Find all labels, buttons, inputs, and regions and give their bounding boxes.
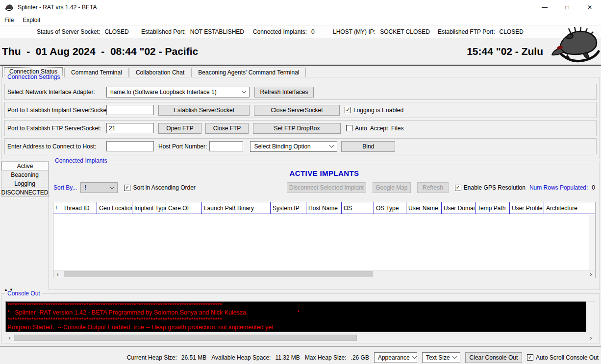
close-ftp-button[interactable]: Close FTP (205, 123, 249, 134)
main-tab-strip: Connection Status Command Terminal Colla… (0, 66, 601, 77)
chevron-down-icon (110, 184, 115, 189)
bind-button[interactable]: Bind (341, 141, 395, 152)
implants-table: ! Thread ID Geo Location Implant Type Ca… (53, 202, 596, 278)
logging-enabled-checkbox[interactable]: Logging is Enabled (345, 107, 403, 114)
sidetab-disconnected[interactable]: DISCONNECTED (1, 188, 49, 197)
status-server-socket: Status of Server Socket: CLOSED (37, 28, 129, 35)
column-header[interactable]: Implant Type (132, 202, 166, 214)
refresh-interfaces-button[interactable]: Refresh Interfaces (254, 87, 314, 97)
status-label: Connected Implants: (253, 28, 307, 35)
sort-by-label: Sort By... (53, 184, 77, 191)
console-line: * Splinter -RAT version 1.42 - BETA Prog… (7, 309, 584, 316)
auto-scroll-checkbox[interactable]: Auto Scroll Console Out (527, 354, 599, 361)
adapter-selected-value: name:lo (Software Loopback Interface 1) (110, 89, 217, 96)
appearance-select[interactable]: Appearance (374, 352, 417, 363)
heap-label: Available Heap Space: (211, 354, 271, 361)
splitter-down-icon[interactable]: ▼ (9, 288, 14, 292)
implants-vertical-scrollbar[interactable] (589, 214, 595, 270)
refresh-button[interactable]: Refresh (417, 182, 449, 193)
console-line: Program Started. -- Console Output Enabl… (7, 324, 584, 331)
connection-settings-group: Connection Settings Select Network Inter… (1, 77, 600, 159)
host-address-label: Enter Address to Connect to Host: (5, 143, 106, 150)
console-vertical-scrollbar[interactable] (587, 301, 595, 332)
disconnect-implant-button[interactable]: Disconnect Selected Implant (287, 182, 366, 193)
app-rat-icon (5, 4, 13, 11)
status-label: Status of Server Socket: (37, 28, 100, 35)
minimize-button[interactable]: — (533, 0, 556, 15)
host-port-number-input[interactable] (209, 141, 243, 151)
scroll-right-icon[interactable]: › (587, 334, 595, 341)
column-header[interactable]: User Profile (510, 202, 544, 214)
scroll-thumb[interactable] (14, 335, 357, 341)
sidetab-logging[interactable]: Logging (1, 179, 49, 188)
column-header[interactable]: OS (342, 202, 374, 214)
status-value: CLOSED (500, 28, 524, 35)
clear-console-button[interactable]: Clear Console Out (465, 352, 522, 363)
sort-by-select[interactable]: ! (80, 182, 118, 193)
console-horizontal-scrollbar[interactable]: ‹ › (5, 334, 595, 341)
column-header[interactable]: System IP (271, 202, 306, 214)
menu-file[interactable]: File (4, 17, 14, 24)
menu-exploit[interactable]: Exploit (23, 17, 40, 24)
sidetab-active[interactable]: Active (1, 161, 49, 170)
appearance-value: Appearance (378, 354, 410, 361)
host-port-number-label: Host Port Number: (158, 143, 207, 150)
establish-serversocket-button[interactable]: Establish ServerSocket (158, 105, 250, 116)
chevron-down-icon (412, 354, 417, 359)
implants-section: Active Beaconing Logging DISCONNECTED Co… (0, 161, 601, 290)
column-header[interactable]: Geo Location (97, 202, 132, 214)
console-output[interactable]: ****************************************… (5, 301, 586, 332)
column-header[interactable]: User Name (406, 202, 442, 214)
status-value: NOT ESTABLISHED (190, 28, 244, 35)
column-header[interactable]: User Domain (442, 202, 476, 214)
host-address-input[interactable] (106, 141, 154, 151)
available-heap-space: Available Heap Space: 11.32 MB (211, 354, 300, 361)
sort-ascending-checkbox[interactable]: Sort in Ascending Order (124, 184, 195, 191)
ftp-serversocket-row: Port to Establish FTP ServerSocket: 21 O… (4, 120, 597, 136)
ftp-port-input[interactable]: 21 (106, 123, 154, 133)
binding-option-select[interactable]: Select Binding Option (250, 141, 337, 152)
num-rows-value: 0 (592, 184, 595, 191)
google-map-button[interactable]: Google Map (373, 182, 411, 193)
column-header[interactable]: Temp Path (476, 202, 510, 214)
auto-accept-files-checkbox[interactable]: Auto Accept Files (346, 125, 403, 132)
scroll-left-icon[interactable]: ‹ (53, 270, 62, 278)
splitter-collapse-arrows[interactable]: ▲ ▼ (3, 288, 14, 292)
auto-scroll-label: Auto Scroll Console Out (536, 354, 599, 361)
column-header[interactable]: Launch Path (202, 202, 235, 214)
network-adapter-select[interactable]: name:lo (Software Loopback Interface 1) (106, 87, 250, 97)
implant-port-input[interactable] (106, 105, 154, 115)
column-header[interactable]: ! (53, 202, 61, 214)
ftp-port-label: Port to Establish FTP ServerSocket: (5, 125, 106, 132)
close-serversocket-button[interactable]: Close ServerSocket (254, 105, 340, 116)
scroll-thumb[interactable] (64, 271, 373, 277)
scroll-track[interactable] (62, 270, 587, 278)
column-header[interactable]: OS Type (374, 202, 406, 214)
close-button[interactable]: ✕ (578, 0, 601, 15)
maximize-button[interactable]: □ (556, 0, 578, 15)
open-ftp-button[interactable]: Open FTP (158, 123, 201, 134)
implant-port-label: Port to Establish Implant ServerSocket: (5, 107, 106, 114)
tab-collaboration-chat[interactable]: Collaboration Chat (129, 68, 191, 77)
splitter-up-icon[interactable]: ▲ (3, 288, 8, 292)
scroll-right-icon[interactable]: › (587, 270, 595, 278)
set-ftp-dropbox-button[interactable]: Set FTP DropBox (253, 123, 341, 134)
heap-value: 26.51 MB (181, 354, 206, 361)
implants-horizontal-scrollbar[interactable]: ‹ › (53, 270, 595, 278)
column-header[interactable]: Architecture (544, 202, 595, 214)
tab-command-terminal[interactable]: Command Terminal (64, 68, 129, 77)
column-header[interactable]: Care Of (166, 202, 202, 214)
text-size-select[interactable]: Text Size (422, 352, 460, 363)
tab-beaconing-terminal[interactable]: Beaconing Agents' Command Terminal (191, 68, 306, 77)
scroll-left-icon[interactable]: ‹ (5, 334, 14, 341)
connect-to-host-row: Enter Address to Connect to Host: Host P… (4, 138, 597, 154)
column-header[interactable]: Host Name (306, 202, 342, 214)
heap-value: .26 GB (351, 354, 369, 361)
gps-resolution-checkbox[interactable]: Enable GPS Resolution (455, 184, 526, 191)
scroll-track[interactable] (14, 334, 587, 341)
status-label: Established Port: (141, 28, 186, 35)
column-header[interactable]: Thread ID (61, 202, 97, 214)
column-header[interactable]: Binary (235, 202, 271, 214)
sidetab-beaconing[interactable]: Beaconing (1, 170, 49, 179)
checkbox-checked-icon (124, 185, 130, 191)
